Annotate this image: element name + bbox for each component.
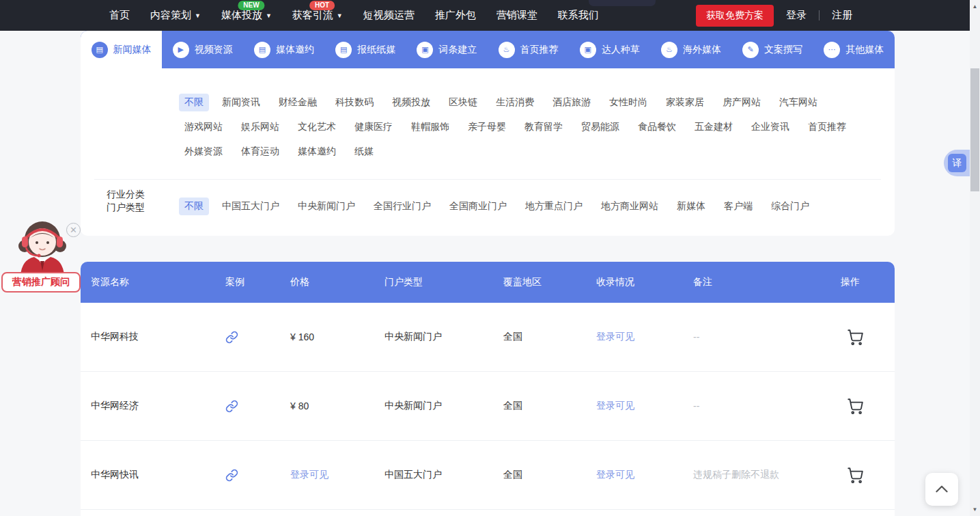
register-link[interactable]: 注册 xyxy=(832,9,852,22)
resource-table: 资源名称 案例 价格 门户类型 覆盖地区 收录情况 备注 操作 中华网科技 ¥ … xyxy=(81,262,895,516)
filter-chip[interactable]: 区块链 xyxy=(443,94,483,111)
flame-icon: ♨ xyxy=(499,42,515,58)
tab-news-media[interactable]: ▤新闻媒体 xyxy=(81,31,162,68)
filter-chip[interactable]: 地方重点门户 xyxy=(520,198,588,215)
nav-item-marketing-class[interactable]: 营销课堂 xyxy=(496,0,537,31)
filter-chip[interactable]: 五金建材 xyxy=(689,118,738,136)
filter-chip[interactable]: 房产网站 xyxy=(717,94,766,111)
advisor-label: 营销推广顾问 xyxy=(1,272,81,293)
filter-chip[interactable]: 全国商业门户 xyxy=(444,198,512,215)
tab-label: 达人种草 xyxy=(602,44,640,56)
nav-item-label: 内容策划 xyxy=(150,9,191,22)
nav-item-media-placement[interactable]: NEW媒体投放▼ xyxy=(221,0,272,31)
login-link[interactable]: 登录 xyxy=(786,9,807,22)
filter-chip[interactable]: 健康医疗 xyxy=(349,118,398,136)
nav-item-label: 短视频运营 xyxy=(363,9,415,22)
filter-chip[interactable]: 媒体邀约 xyxy=(292,143,341,161)
filter-chip[interactable]: 体育运动 xyxy=(236,143,285,161)
flame-icon: ♨ xyxy=(661,42,677,58)
filter-chip[interactable]: 科技数码 xyxy=(330,94,379,111)
tab-label: 报纸纸媒 xyxy=(357,44,395,56)
cart-button[interactable] xyxy=(846,466,884,484)
nav-item-label: 营销课堂 xyxy=(496,9,537,22)
scroll-down-icon[interactable]: ▼ xyxy=(970,504,980,515)
tab-entry-creation[interactable]: ▣词条建立 xyxy=(406,31,488,68)
filter-chip[interactable]: 财经金融 xyxy=(273,94,322,111)
cell-note: -- xyxy=(693,331,841,342)
vertical-scrollbar[interactable]: ▲ ▼ xyxy=(970,0,980,516)
tab-overseas-media[interactable]: ♨海外媒体 xyxy=(650,31,731,68)
filter-chip[interactable]: 中央新闻门户 xyxy=(292,198,361,215)
get-free-plan-button[interactable]: 获取免费方案 xyxy=(696,5,774,27)
filter-panel: 行业分类 不限 新闻资讯 财经金融 科技数码 视频投放 区块链 生活消费 酒店旅… xyxy=(81,68,895,236)
nav-item-content-planning[interactable]: 内容策划▼ xyxy=(150,0,201,31)
filter-chip[interactable]: 视频投放 xyxy=(387,94,436,111)
filter-chip[interactable]: 文化艺术 xyxy=(292,118,341,136)
tab-video-resources[interactable]: ▶视频资源 xyxy=(162,31,243,68)
filter-chip-unlimited[interactable]: 不限 xyxy=(179,198,209,215)
filter-chip[interactable]: 外媒资源 xyxy=(179,143,228,161)
filter-chip[interactable]: 亲子母婴 xyxy=(462,118,512,136)
filter-chip[interactable]: 客户端 xyxy=(718,198,758,215)
filter-chip-unlimited[interactable]: 不限 xyxy=(179,94,209,111)
tab-newspaper-media[interactable]: ▤报纸纸媒 xyxy=(325,31,406,68)
filter-chip[interactable]: 汽车网站 xyxy=(774,94,823,111)
filter-chip[interactable]: 酒店旅游 xyxy=(547,94,596,111)
filter-chip[interactable]: 新媒体 xyxy=(671,198,711,215)
case-link-icon[interactable] xyxy=(225,400,290,413)
filter-chip[interactable]: 鞋帽服饰 xyxy=(406,118,455,136)
tab-copywriting[interactable]: ✎文案撰写 xyxy=(732,31,813,68)
cell-resource-name: 中华网科技 xyxy=(91,331,225,343)
nav-item-label: 推广外包 xyxy=(435,9,476,22)
nav-item-lead-generation[interactable]: HOT获客引流▼ xyxy=(292,0,343,31)
cart-button[interactable] xyxy=(846,328,884,346)
filter-chip[interactable]: 食品餐饮 xyxy=(632,118,682,136)
filter-chip[interactable]: 首页推荐 xyxy=(802,118,852,136)
newspaper-icon: ▤ xyxy=(335,42,352,58)
tab-homepage-recommend[interactable]: ♨首页推荐 xyxy=(488,31,569,68)
cell-index-status-link[interactable]: 登录可见 xyxy=(596,400,693,412)
filter-chip[interactable]: 全国行业门户 xyxy=(368,198,436,215)
filter-chip[interactable]: 纸媒 xyxy=(349,143,379,161)
filter-chip[interactable]: 女性时尚 xyxy=(604,94,653,111)
marketing-advisor-mascot: ✕ 营销推广顾问 xyxy=(4,217,81,293)
filter-chip[interactable]: 娱乐网站 xyxy=(236,118,285,136)
back-to-top-button[interactable] xyxy=(925,473,958,506)
filter-chip[interactable]: 教育留学 xyxy=(519,118,568,136)
nav-right-group: 获取免费方案 登录 注册 xyxy=(696,0,852,31)
filter-chip[interactable]: 新闻资讯 xyxy=(216,94,266,111)
nav-item-promotion-outsourcing[interactable]: 推广外包 xyxy=(435,0,476,31)
case-link-icon[interactable] xyxy=(225,469,290,482)
case-link-icon[interactable] xyxy=(225,331,290,344)
filter-chip[interactable]: 地方商业网站 xyxy=(596,198,664,215)
tab-influencer-seeding[interactable]: ▣达人种草 xyxy=(569,31,650,68)
cell-price-link[interactable]: 登录可见 xyxy=(290,469,384,481)
cell-index-status-link[interactable]: 登录可见 xyxy=(596,331,693,343)
nav-item-home[interactable]: 首页 xyxy=(109,0,130,31)
filter-chip[interactable]: 游戏网站 xyxy=(179,118,228,136)
cell-note: -- xyxy=(693,400,841,411)
nav-menu: 首页 内容策划▼ NEW媒体投放▼ HOT获客引流▼ 短视频运营 推广外包 营销… xyxy=(109,0,599,31)
scroll-up-icon[interactable]: ▲ xyxy=(970,1,980,12)
filter-chip[interactable]: 贸易能源 xyxy=(576,118,625,136)
filter-chip[interactable]: 综合门户 xyxy=(766,198,815,215)
nav-item-label: 媒体投放 xyxy=(221,9,262,22)
filter-chip[interactable]: 企业资讯 xyxy=(746,118,795,136)
nav-item-short-video[interactable]: 短视频运营 xyxy=(363,0,415,31)
filter-chip[interactable]: 家装家居 xyxy=(660,94,710,111)
tab-media-invitation[interactable]: ▤媒体邀约 xyxy=(243,31,324,68)
col-case: 案例 xyxy=(225,276,290,288)
filter-chip[interactable]: 生活消费 xyxy=(490,94,540,111)
close-icon[interactable]: ✕ xyxy=(66,223,81,237)
industry-chip-rows: 不限 新闻资讯 财经金融 科技数码 视频投放 区块链 生活消费 酒店旅游 女性时… xyxy=(179,94,852,161)
translate-widget[interactable]: 译 xyxy=(944,150,970,176)
tab-other-media[interactable]: ⋯其他媒体 xyxy=(813,31,895,68)
chat-icon: ▣ xyxy=(580,42,596,58)
filter-chip[interactable]: 中国五大门户 xyxy=(216,198,285,215)
entry-icon: ▣ xyxy=(417,42,433,58)
cell-portal-type: 中央新闻门户 xyxy=(384,331,503,343)
cell-index-status-link[interactable]: 登录可见 xyxy=(596,469,693,481)
scrollbar-thumb[interactable] xyxy=(970,68,979,191)
cart-button[interactable] xyxy=(846,397,884,415)
pencil-icon: ✎ xyxy=(742,42,759,58)
